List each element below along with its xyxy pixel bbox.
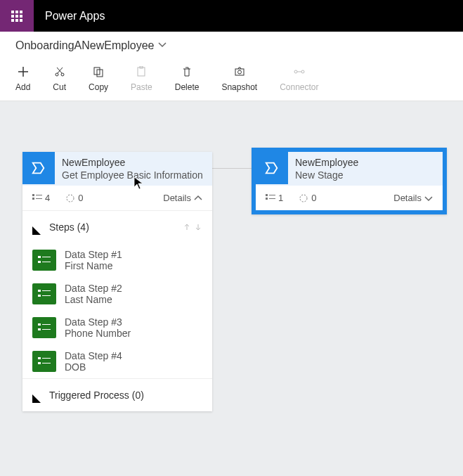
stage-meta: 4 0 Details xyxy=(22,186,212,210)
canvas[interactable]: NewEmployee Get Employee Basic Informati… xyxy=(0,101,463,475)
svg-rect-39 xyxy=(42,363,51,364)
svg-rect-13 xyxy=(138,67,145,76)
data-step-badge xyxy=(32,283,56,304)
list-icon xyxy=(32,194,42,202)
snapshot-label: Snapshot xyxy=(221,82,257,92)
triggered-header-label: Triggered Process (0) xyxy=(49,390,144,401)
paste-icon xyxy=(135,65,148,78)
cycle-icon xyxy=(299,193,308,203)
svg-rect-1 xyxy=(15,11,18,13)
cut-button[interactable]: Cut xyxy=(53,65,66,92)
step-title: Data Step #4 xyxy=(65,350,122,361)
details-toggle[interactable]: Details xyxy=(393,193,433,203)
stage-badge xyxy=(256,152,288,184)
svg-rect-36 xyxy=(38,357,41,359)
arrow-down-icon[interactable] xyxy=(194,223,202,231)
chevron-stage-icon xyxy=(31,160,46,176)
connector-button: Connector xyxy=(280,65,318,92)
svg-rect-43 xyxy=(269,198,275,199)
stage-entity: NewEmployee xyxy=(295,156,358,169)
paste-label: Paste xyxy=(131,82,152,92)
steps-count: 1 xyxy=(266,193,283,203)
add-button[interactable]: Add xyxy=(15,65,30,92)
step-field: First Name xyxy=(65,260,122,271)
data-step-badge xyxy=(32,351,56,372)
stage-header: NewEmployee Get Employee Basic Informati… xyxy=(22,152,212,186)
svg-rect-19 xyxy=(32,194,34,196)
triggered-section-header[interactable]: Triggered Process (0) xyxy=(22,378,212,411)
step-row[interactable]: Data Step #2 Last Name xyxy=(22,277,212,311)
svg-rect-38 xyxy=(38,362,41,364)
app-launcher-button[interactable] xyxy=(0,0,34,32)
stage-card-get-info[interactable]: NewEmployee Get Employee Basic Informati… xyxy=(22,152,212,411)
details-toggle[interactable]: Details xyxy=(163,193,202,203)
svg-point-9 xyxy=(56,73,58,76)
svg-rect-15 xyxy=(235,69,244,75)
form-icon xyxy=(38,323,51,333)
step-row[interactable]: Data Step #3 Phone Number xyxy=(22,311,212,345)
svg-point-44 xyxy=(300,195,307,202)
svg-rect-29 xyxy=(42,290,51,291)
trigger-count: 0 xyxy=(299,193,316,203)
data-step-badge xyxy=(32,317,56,338)
steps-section-header[interactable]: Steps (4) xyxy=(22,210,212,243)
svg-rect-41 xyxy=(269,195,275,195)
paste-button: Paste xyxy=(131,65,152,92)
copy-button[interactable]: Copy xyxy=(89,65,108,92)
svg-rect-4 xyxy=(15,15,18,18)
svg-point-10 xyxy=(61,73,64,76)
svg-rect-0 xyxy=(11,11,14,13)
svg-rect-35 xyxy=(42,329,51,330)
svg-rect-3 xyxy=(11,15,14,18)
stage-entity: NewEmployee xyxy=(62,156,203,169)
chevron-up-icon xyxy=(194,194,202,202)
plus-icon xyxy=(17,65,30,78)
step-title: Data Step #2 xyxy=(65,283,122,294)
triangle-icon xyxy=(32,219,41,235)
svg-rect-32 xyxy=(38,323,41,326)
delete-button[interactable]: Delete xyxy=(175,65,200,92)
svg-rect-31 xyxy=(42,295,51,296)
stage-meta: 1 0 Details xyxy=(256,186,443,210)
step-title: Data Step #3 xyxy=(65,316,131,328)
copy-icon xyxy=(92,65,105,78)
step-field: Last Name xyxy=(65,294,122,305)
stage-name: New Stage xyxy=(295,169,358,181)
svg-rect-34 xyxy=(38,328,41,330)
stage-name: Get Employee Basic Information xyxy=(62,169,203,181)
camera-icon xyxy=(233,65,246,78)
add-label: Add xyxy=(15,82,30,92)
list-icon xyxy=(266,194,275,202)
svg-rect-8 xyxy=(20,19,22,22)
chevron-down-icon xyxy=(424,194,433,202)
stage-card-new-stage[interactable]: NewEmployee New Stage 1 0 Details xyxy=(252,148,447,214)
data-step-badge xyxy=(32,250,56,271)
svg-point-23 xyxy=(67,195,74,202)
svg-point-18 xyxy=(301,70,304,73)
step-row[interactable]: Data Step #4 DOB xyxy=(22,345,212,378)
app-title: Power Apps xyxy=(34,10,116,22)
snapshot-button[interactable]: Snapshot xyxy=(221,65,257,92)
svg-rect-5 xyxy=(20,15,22,18)
connector-icon xyxy=(293,65,306,78)
waffle-icon xyxy=(11,11,22,22)
svg-rect-33 xyxy=(42,324,51,325)
form-icon xyxy=(38,356,51,366)
chevron-down-icon[interactable] xyxy=(158,39,167,52)
stage-header: NewEmployee New Stage xyxy=(256,152,443,186)
connector-line xyxy=(212,168,252,169)
step-row[interactable]: Data Step #1 First Name xyxy=(22,243,212,277)
delete-label: Delete xyxy=(175,82,200,92)
svg-rect-27 xyxy=(42,262,51,262)
svg-rect-20 xyxy=(36,195,42,195)
flow-name[interactable]: OnboardingANewEmployee xyxy=(15,39,154,52)
svg-rect-40 xyxy=(266,194,268,196)
step-field: Phone Number xyxy=(65,328,131,339)
step-title: Data Step #1 xyxy=(65,249,122,260)
svg-rect-30 xyxy=(38,295,41,297)
svg-rect-42 xyxy=(266,198,268,200)
title-bar: Power Apps xyxy=(0,0,463,32)
arrow-up-icon[interactable] xyxy=(183,223,191,231)
stage-badge xyxy=(22,152,55,184)
steps-header-label: Steps (4) xyxy=(49,221,89,233)
